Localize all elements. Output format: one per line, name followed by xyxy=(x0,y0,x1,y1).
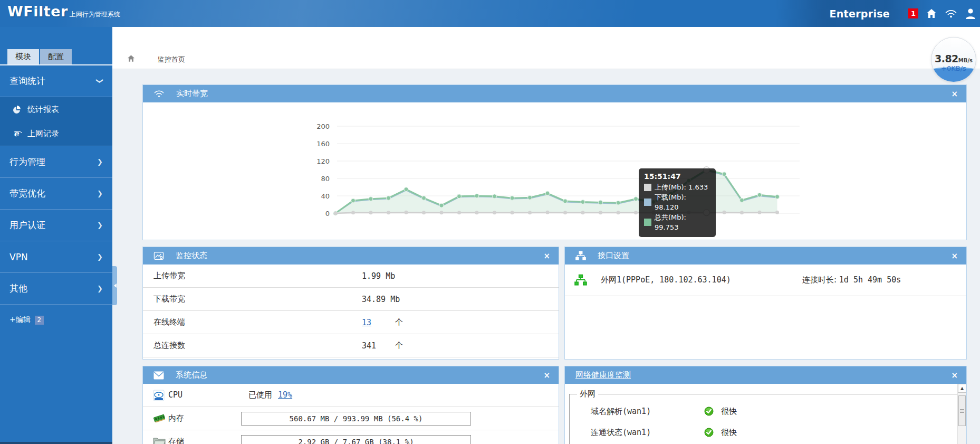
topbar-photo-highlight xyxy=(58,0,638,27)
interface-row-wan1[interactable]: 外网1(PPPoE, 180.102.63.104) 连接时长: 1d 5h 4… xyxy=(565,264,966,296)
memory-progress-text: 560.67 MB / 993.99 MB (56.4 %) xyxy=(242,412,470,426)
breadcrumb-home-icon[interactable] xyxy=(127,54,136,65)
close-icon[interactable]: × xyxy=(951,85,958,102)
panel-title: 实时带宽 xyxy=(176,89,208,99)
panel-system-info: 系统信息 × CPU 已使用 19% xyxy=(142,366,559,444)
scroll-grip-icon xyxy=(960,409,964,413)
wan-group-box: 外网 域名解析(wan1)很快连通状态(wan1)很快 xyxy=(569,389,958,444)
bandwidth-gauge[interactable]: 3.82MB/s +0KB/s xyxy=(931,37,976,82)
tooltip-series-row: 上传(Mb): 1.633 xyxy=(644,182,710,192)
network-tree-icon xyxy=(575,251,586,261)
svg-text:40: 40 xyxy=(321,192,330,200)
memory-icon xyxy=(153,413,166,426)
scroll-thumb[interactable] xyxy=(958,395,966,426)
sidebar-item-other[interactable]: 其他❯ xyxy=(0,273,112,305)
sidebar-tab-0[interactable]: 模块 xyxy=(7,49,39,64)
breadcrumb-title[interactable]: 监控首页 xyxy=(158,55,185,64)
sidebar-item-label: 用户认证 xyxy=(9,219,45,231)
panel-realtime-bandwidth-header[interactable]: 实时带宽 × xyxy=(143,85,966,102)
sidebar-item-behavior[interactable]: 行为管理❯ xyxy=(0,146,112,178)
panel-title: 系统信息 xyxy=(176,370,207,380)
app-logo[interactable]: WFilter 上网行为管理系统 xyxy=(7,4,120,20)
chevron-down-icon: ❯ xyxy=(96,78,104,84)
panel-network-health-header[interactable]: 网络健康度监测 × xyxy=(565,366,966,384)
system-row-storage: 存储 2.92 GB / 7.67 GB (38.1 %) xyxy=(143,430,559,444)
monitor-status-row-0: 上传带宽1.99 Mb xyxy=(143,264,559,288)
sidebar-item-label: 其他 xyxy=(9,282,27,295)
panel-interface-settings-header[interactable]: 接口设置 × xyxy=(565,247,966,264)
sidebar-tab-1[interactable]: 配置 xyxy=(40,49,72,64)
browser-icon: e xyxy=(13,129,22,138)
monitor-status-row-2: 在线终端13个 xyxy=(143,311,559,334)
health-status-text: 很快 xyxy=(721,428,737,438)
panel-scrollbar[interactable]: ▲ xyxy=(957,384,966,444)
sidebar-item-bandwidth[interactable]: 带宽优化❯ xyxy=(0,178,112,210)
chevron-right-icon: ❯ xyxy=(97,285,103,292)
collapse-arrow-icon xyxy=(112,284,117,288)
close-icon[interactable]: × xyxy=(951,247,958,264)
storage-label: 存储 xyxy=(168,437,184,444)
row-value: 1.99 Mb xyxy=(362,271,395,281)
network-health-title-link[interactable]: 网络健康度监测 xyxy=(575,370,631,380)
panel-system-info-header[interactable]: 系统信息 × xyxy=(143,366,559,384)
report-icon xyxy=(13,105,22,114)
chevron-right-icon: ❯ xyxy=(97,221,103,229)
row-value: 341 xyxy=(362,341,376,351)
row-value: 34.89 Mb xyxy=(362,295,400,304)
sidebar: 模块配置 查询统计❯统计报表e上网记录行为管理❯带宽优化❯用户认证❯VPN❯其他… xyxy=(0,27,112,444)
sidebar-subitem-1[interactable]: e上网记录 xyxy=(0,121,112,146)
svg-text:120: 120 xyxy=(316,157,330,165)
monitor-status-row-1: 下载带宽34.89 Mb xyxy=(143,288,559,311)
svg-text:160: 160 xyxy=(316,140,330,148)
notification-badge[interactable]: 1 xyxy=(908,8,918,18)
sidebar-item-vpn[interactable]: VPN❯ xyxy=(0,241,112,273)
sidebar-tabs: 模块配置 xyxy=(0,27,112,65)
panel-interface-settings: 接口设置 × 外网1(PPPoE, 180.102.63.104) 连接时长: … xyxy=(564,247,967,360)
wan-group-label: 外网 xyxy=(577,389,598,399)
row-value-link[interactable]: 13 xyxy=(362,318,371,327)
user-icon[interactable] xyxy=(964,7,977,20)
tooltip-swatch xyxy=(644,199,651,206)
sidebar-item-label: 带宽优化 xyxy=(9,187,45,200)
system-row-memory: 内存 560.67 MB / 993.99 MB (56.4 %) xyxy=(143,407,559,430)
panel-title: 监控状态 xyxy=(176,251,207,261)
wifi-icon xyxy=(153,89,165,98)
panel-realtime-bandwidth: 实时带宽 × 04080120160200 15:51:47 上传(Mb): 1… xyxy=(142,84,967,240)
topbar-actions: Enterprise 1 xyxy=(829,0,977,27)
storage-progress-bar: 2.92 GB / 7.67 GB (38.1 %) xyxy=(241,435,471,444)
sidebar-nav: 查询统计❯统计报表e上网记录行为管理❯带宽优化❯用户认证❯VPN❯其他❯ xyxy=(0,65,112,305)
cpu-intel-icon xyxy=(153,390,165,403)
health-row-1: 连通状态(wan1)很快 xyxy=(570,423,958,441)
panel-network-health: 网络健康度监测 × 外网 域名解析(wan1)很快连通状态(wan1)很快 ▲ xyxy=(564,366,967,444)
storage-folder-icon xyxy=(153,436,166,444)
close-icon[interactable]: × xyxy=(543,247,550,264)
sidebar-edit-button[interactable]: +编辑 2 xyxy=(9,315,112,325)
wifi-icon[interactable] xyxy=(945,7,957,20)
svg-text:0: 0 xyxy=(325,210,330,218)
row-label: 下载带宽 xyxy=(153,294,185,304)
close-icon[interactable]: × xyxy=(543,366,550,384)
sidebar-subitem-0[interactable]: 统计报表 xyxy=(0,97,112,121)
interface-name: 外网1(PPPoE, 180.102.63.104) xyxy=(601,275,731,285)
bandwidth-chart-svg[interactable]: 04080120160200 xyxy=(143,102,966,240)
edition-label: Enterprise xyxy=(829,8,890,20)
close-icon[interactable]: × xyxy=(951,366,958,384)
row-label: 在线终端 xyxy=(153,317,185,327)
tooltip-series-text: 总共(Mb): 99.753 xyxy=(655,212,710,232)
network-tree-icon-green xyxy=(574,274,587,289)
sidebar-item-auth[interactable]: 用户认证❯ xyxy=(0,210,112,241)
sidebar-item-query-stats[interactable]: 查询统计❯ xyxy=(0,65,112,97)
panel-monitor-status-header[interactable]: 监控状态 × xyxy=(143,247,559,264)
health-check-label: 连通状态(wan1) xyxy=(591,428,704,438)
status-ok-icon xyxy=(704,407,714,416)
scroll-up-button[interactable]: ▲ xyxy=(958,384,966,393)
memory-label: 内存 xyxy=(168,413,184,423)
memory-progress-bar: 560.67 MB / 993.99 MB (56.4 %) xyxy=(241,412,471,426)
sidebar-collapse-handle[interactable] xyxy=(112,266,117,305)
home-icon[interactable] xyxy=(925,7,938,20)
panel-title: 接口设置 xyxy=(598,251,629,261)
chevron-right-icon: ❯ xyxy=(97,253,103,261)
sidebar-item-label: VPN xyxy=(9,252,28,262)
tooltip-swatch xyxy=(644,219,651,226)
cpu-usage-link[interactable]: 19% xyxy=(278,390,292,400)
